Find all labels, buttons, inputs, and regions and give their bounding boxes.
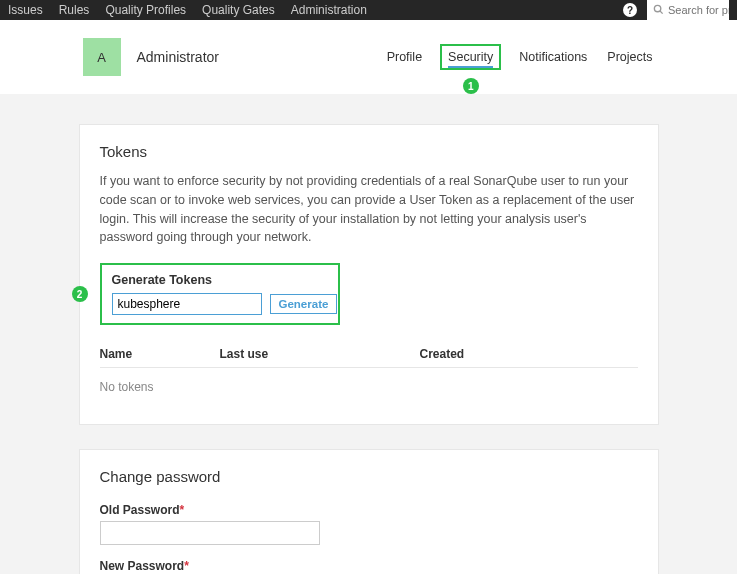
old-password-label: Old Password* [100,503,638,517]
tokens-description: If you want to enforce security by not p… [100,172,638,247]
nav-quality-profiles[interactable]: Quality Profiles [105,3,186,17]
nav-issues[interactable]: Issues [8,3,43,17]
col-header-created: Created [420,347,638,361]
tokens-empty-state: No tokens [100,368,638,406]
help-icon[interactable]: ? [623,3,637,17]
tokens-card: Tokens If you want to enforce security b… [79,124,659,425]
change-password-card: Change password Old Password* New Passwo… [79,449,659,574]
nav-administration[interactable]: Administration [291,3,367,17]
tab-security-label: Security [448,50,493,68]
account-tabs: Profile Security 1 Notifications Project… [385,44,655,70]
generate-button[interactable]: Generate [270,294,338,314]
tab-projects[interactable]: Projects [605,46,654,68]
tokens-title: Tokens [100,143,638,160]
search-input[interactable] [668,4,729,16]
tokens-table: Name Last use Created No tokens [100,341,638,406]
svg-point-0 [654,5,660,11]
tab-profile[interactable]: Profile [385,46,424,68]
search-icon [653,3,664,18]
svg-line-1 [660,10,663,13]
avatar: A [83,38,121,76]
tab-security[interactable]: Security 1 [440,44,501,70]
search-wrap[interactable] [647,0,729,20]
token-name-input[interactable] [112,293,262,315]
col-header-name: Name [100,347,220,361]
nav-rules[interactable]: Rules [59,3,90,17]
nav-quality-gates[interactable]: Quality Gates [202,3,275,17]
annotation-badge-1: 1 [463,78,479,94]
page-header: A Administrator Profile Security 1 Notif… [0,20,737,94]
page-title: Administrator [137,49,219,65]
top-navbar: Issues Rules Quality Profiles Quality Ga… [0,0,737,20]
col-header-last-use: Last use [220,347,420,361]
old-password-input[interactable] [100,521,320,545]
change-password-title: Change password [100,468,638,485]
annotation-badge-2: 2 [72,286,88,302]
generate-tokens-title: Generate Tokens [112,273,328,287]
tab-notifications[interactable]: Notifications [517,46,589,68]
generate-tokens-section: 2 Generate Tokens Generate [100,263,340,325]
new-password-label: New Password* [100,559,638,573]
